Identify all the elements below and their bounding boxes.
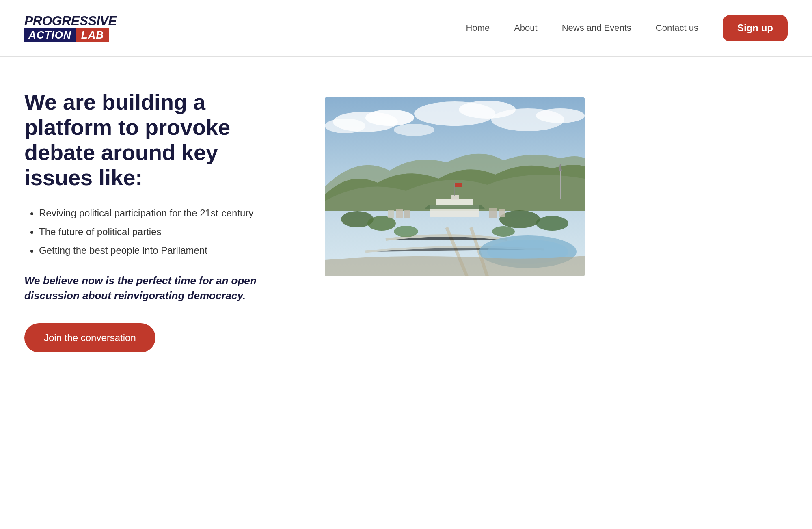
content-left: We are building a platform to provoke de… bbox=[24, 89, 292, 352]
svg-point-3 bbox=[325, 119, 365, 133]
svg-rect-23 bbox=[396, 209, 403, 218]
svg-point-2 bbox=[365, 110, 414, 126]
svg-rect-13 bbox=[455, 183, 462, 187]
join-conversation-button[interactable]: Join the conversation bbox=[24, 323, 155, 352]
logo-bottom: ACTION LAB bbox=[24, 28, 109, 42]
svg-rect-27 bbox=[499, 209, 505, 217]
main-content: We are building a platform to provoke de… bbox=[0, 57, 812, 529]
bullet-list: Reviving political participation for the… bbox=[24, 206, 292, 257]
nav-home[interactable]: Home bbox=[466, 23, 490, 33]
svg-point-22 bbox=[492, 226, 515, 237]
hero-image bbox=[325, 97, 585, 276]
svg-marker-14 bbox=[424, 205, 485, 209]
logo-action-text: ACTION bbox=[24, 28, 76, 42]
nav-contact[interactable]: Contact us bbox=[656, 23, 698, 33]
svg-rect-26 bbox=[489, 208, 497, 218]
svg-point-20 bbox=[536, 216, 568, 231]
svg-point-21 bbox=[394, 226, 418, 237]
nav-news-events[interactable]: News and Events bbox=[562, 23, 631, 33]
list-item: Reviving political participation for the… bbox=[39, 206, 292, 220]
hero-heading: We are building a platform to provoke de… bbox=[24, 89, 292, 190]
belief-text: We believe now is the perfect time for a… bbox=[24, 273, 292, 303]
cityscape-svg bbox=[325, 97, 585, 276]
site-header: Progressive ACTION LAB Home About News a… bbox=[0, 0, 812, 57]
svg-point-8 bbox=[394, 124, 434, 136]
svg-point-7 bbox=[536, 108, 585, 123]
content-right bbox=[325, 97, 585, 276]
list-item: The future of political parties bbox=[39, 225, 292, 239]
list-item: Getting the best people into Parliament bbox=[39, 244, 292, 257]
logo-lab-text: LAB bbox=[76, 28, 109, 42]
svg-rect-24 bbox=[404, 210, 410, 218]
signup-button[interactable]: Sign up bbox=[723, 15, 788, 41]
nav-about[interactable]: About bbox=[514, 23, 538, 33]
main-nav: Home About News and Events Contact us Si… bbox=[466, 15, 788, 41]
logo-top-text: Progressive bbox=[24, 14, 117, 27]
svg-rect-25 bbox=[388, 210, 394, 218]
svg-point-19 bbox=[499, 210, 540, 228]
logo[interactable]: Progressive ACTION LAB bbox=[24, 14, 117, 42]
